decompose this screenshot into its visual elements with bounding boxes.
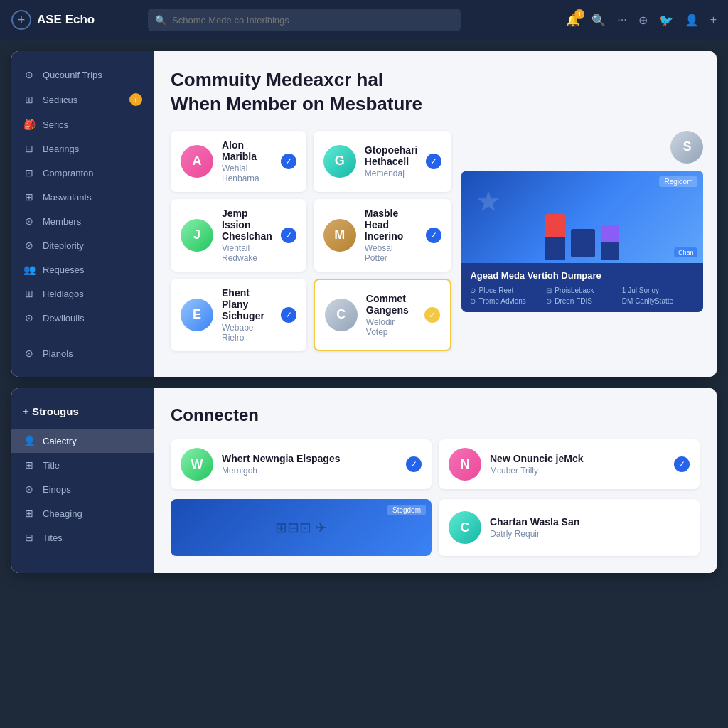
meta-item-1: ⊟ Proisbeback bbox=[546, 287, 619, 294]
more-icon[interactable]: ··· bbox=[617, 14, 626, 26]
member-card-commet[interactable]: C Commet Gangens Welodir Votep ✓ bbox=[314, 279, 452, 351]
sidebar2-item-tites[interactable]: ⊟ Tites bbox=[11, 525, 154, 550]
member-name: Jemp Ission Cheslchan bbox=[222, 208, 272, 242]
search-icon: 🔍 bbox=[155, 15, 166, 26]
meta-item-3: ⊙ Trome Advlons bbox=[470, 297, 543, 305]
member-card-whert[interactable]: W Whert Newngia Elspages Mernigoh ✓ bbox=[171, 439, 432, 489]
search-input[interactable] bbox=[172, 15, 454, 26]
member-card-chartan[interactable]: C Chartan Wasla San Datrly Requir bbox=[439, 499, 700, 556]
cheaging-icon: ⊞ bbox=[23, 508, 36, 519]
plan-icon: ⊙ bbox=[23, 348, 36, 359]
sidebar-label: Maswalants bbox=[43, 192, 92, 203]
sidebar-item-members[interactable]: ⊙ Members bbox=[11, 209, 154, 233]
content-body: A Alon Maribla Wehial Henbarna ✓ G Gtopo… bbox=[171, 131, 700, 351]
sidebar-item-serics[interactable]: 🎒 Serics bbox=[11, 112, 154, 136]
sidebar2-item-cheaging[interactable]: ⊞ Cheaging bbox=[11, 501, 154, 525]
promo-card[interactable]: ★ Regidom Chan bbox=[461, 171, 703, 312]
sidebar-item-planols[interactable]: ⊙ Planols bbox=[11, 341, 154, 365]
member-card-alon[interactable]: A Alon Maribla Wehial Henbarna ✓ bbox=[171, 131, 306, 192]
bottom-promo[interactable]: ⊞⊟⊡ ✈ Stegdom bbox=[171, 499, 432, 556]
sidebar-item-diteplority[interactable]: ⊘ Diteplority bbox=[11, 233, 154, 257]
sidebar2-label: Title bbox=[43, 460, 60, 471]
promo-area: S ★ R bbox=[461, 131, 703, 351]
connecten-top-row: W Whert Newngia Elspages Mernigoh ✓ N Ne… bbox=[171, 439, 700, 489]
meta-item-5: DM CanllyStatte bbox=[622, 297, 695, 305]
title-icon: ⊞ bbox=[23, 459, 36, 471]
meta-label-4: Dreen FDIS bbox=[555, 297, 592, 305]
notifications-icon[interactable]: 🔔 1 bbox=[566, 14, 580, 27]
avatar-jemp: J bbox=[181, 219, 213, 252]
content-community: Commuity Medeaxcr hal When Member on Mes… bbox=[154, 51, 717, 377]
main-wrapper: ⊙ Qucounif Trips ⊞ Sediicus › 🎒 Serics ⊟… bbox=[0, 40, 728, 584]
sidebar-item-heldlagos[interactable]: ⊞ Heldlagos bbox=[11, 282, 154, 306]
sidebar-item-maswalants[interactable]: ⊞ Maswalants bbox=[11, 185, 154, 209]
einops-icon: ⊙ bbox=[23, 483, 36, 495]
promo-image: ★ Regidom Chan bbox=[461, 171, 703, 263]
sidebar-item-dewiloulis[interactable]: ⊙ Dewiloulis bbox=[11, 306, 154, 330]
member-check-blue: ✓ bbox=[426, 154, 441, 169]
member-role: Welodir Votep bbox=[366, 317, 417, 337]
sidebar-label: Bearings bbox=[43, 144, 79, 154]
logo-plus-icon[interactable]: + bbox=[11, 10, 31, 30]
sidebar-item-bearings[interactable]: ⊟ Bearings bbox=[11, 136, 154, 161]
sidebar2-header-text: + Strougus bbox=[23, 405, 79, 417]
member-card-masble[interactable]: M Masble Head Incerino Websal Potter ✓ bbox=[314, 199, 452, 272]
add-icon[interactable]: + bbox=[710, 14, 717, 26]
layout-icon: ⊞ bbox=[23, 288, 36, 299]
home-icon: ⊙ bbox=[23, 69, 36, 80]
sidebar2-item-einops[interactable]: ⊙ Einops bbox=[11, 477, 154, 501]
member-card-jemp[interactable]: J Jemp Ission Cheslchan Viehtail Redwake… bbox=[171, 199, 306, 272]
promo-bg-decoration: ⊞⊟⊡ ✈ bbox=[275, 519, 328, 536]
sidebar2-label: Calectry bbox=[43, 436, 77, 446]
sidebar-primary: ⊙ Qucounif Trips ⊞ Sediicus › 🎒 Serics ⊟… bbox=[11, 51, 154, 377]
member-name: Whert Newngia Elspages bbox=[222, 453, 397, 464]
star-decoration: ★ bbox=[476, 185, 501, 218]
user-icon: 👤 bbox=[23, 435, 36, 446]
sidebar-bottom: ⊙ Planols bbox=[11, 330, 154, 365]
search-nav-icon[interactable]: 🔍 bbox=[592, 14, 606, 27]
sidebar2-label: Einops bbox=[43, 484, 71, 495]
content-title: Commuity Medeaxcr hal When Member on Mes… bbox=[171, 68, 700, 117]
member-card-gtopoehari[interactable]: G Gtopoehari Hethacell Memendaj ✓ bbox=[314, 131, 452, 192]
profile-icon[interactable]: 👤 bbox=[685, 14, 699, 27]
promo-title: Agead Meda Vertioh Dumpare bbox=[470, 270, 695, 281]
sidebar-item-qucounif-trips[interactable]: ⊙ Qucounif Trips bbox=[11, 63, 154, 87]
member-name: Gtopoehari Hethacell bbox=[365, 144, 418, 167]
meta-label-1: Proisbeback bbox=[555, 287, 594, 294]
member-info-ehent: Ehent Plany Sichuger Webabe Rielro bbox=[222, 287, 272, 343]
member-list: A Alon Maribla Wehial Henbarna ✓ G Gtopo… bbox=[171, 131, 451, 351]
sidebar-label: Compranton bbox=[43, 168, 94, 178]
sidebar-item-requeses[interactable]: 👥 Requeses bbox=[11, 257, 154, 282]
member-info-commet: Commet Gangens Welodir Votep bbox=[366, 293, 417, 337]
meta-label-2: 1 Jul Sonoy bbox=[622, 287, 659, 294]
member-card-new-onuncic[interactable]: N New Onuncic jeMck Mcuber Trilly ✓ bbox=[439, 439, 700, 489]
avatar-gtopoehari: G bbox=[323, 145, 356, 178]
sidebar-label: Planols bbox=[43, 348, 73, 359]
sidebar2-item-title[interactable]: ⊞ Title bbox=[11, 453, 154, 477]
meta-icon-1: ⊟ bbox=[546, 287, 552, 294]
users-icon: 👥 bbox=[23, 264, 36, 275]
meta-item-0: ⊙ Ploce Reet bbox=[470, 287, 543, 294]
sidebar2-header[interactable]: + Strougus bbox=[11, 400, 154, 429]
member-info-jemp: Jemp Ission Cheslchan Viehtail Redwake bbox=[222, 208, 272, 263]
member-info-alon: Alon Maribla Wehial Henbarna bbox=[222, 139, 272, 183]
search-bar[interactable]: 🔍 bbox=[148, 9, 461, 31]
member-card-ehent[interactable]: E Ehent Plany Sichuger Webabe Rielro ✓ bbox=[171, 279, 306, 351]
member-info-masble: Masble Head Incerino Websal Potter bbox=[365, 208, 418, 263]
sidebar-secondary: + Strougus 👤 Calectry ⊞ Title ⊙ Einops ⊞… bbox=[11, 388, 154, 573]
member-role: Webabe Rielro bbox=[222, 323, 272, 343]
member-role: Datrly Requir bbox=[490, 529, 690, 539]
sidebar-label: Diteplority bbox=[43, 240, 84, 251]
twitter-icon[interactable]: 🐦 bbox=[659, 14, 673, 27]
sidebar2-item-calectry[interactable]: 👤 Calectry bbox=[11, 429, 154, 453]
sidebar-badge: › bbox=[129, 93, 142, 106]
bottom-promo-tag: Stegdom bbox=[387, 505, 426, 515]
member-name: Masble Head Incerino bbox=[365, 208, 418, 242]
sidebar-label: Heldlagos bbox=[43, 289, 84, 299]
sidebar-item-sediicus[interactable]: ⊞ Sediicus › bbox=[11, 87, 154, 112]
sidebar-item-compranton[interactable]: ⊡ Compranton bbox=[11, 161, 154, 185]
member-role: Mernigoh bbox=[222, 466, 397, 476]
promo-meta: ⊙ Ploce Reet ⊟ Proisbeback 1 Jul Sonoy bbox=[470, 287, 695, 305]
member-check-blue: ✓ bbox=[281, 228, 296, 243]
add-circle-icon[interactable]: ⊕ bbox=[638, 14, 648, 27]
